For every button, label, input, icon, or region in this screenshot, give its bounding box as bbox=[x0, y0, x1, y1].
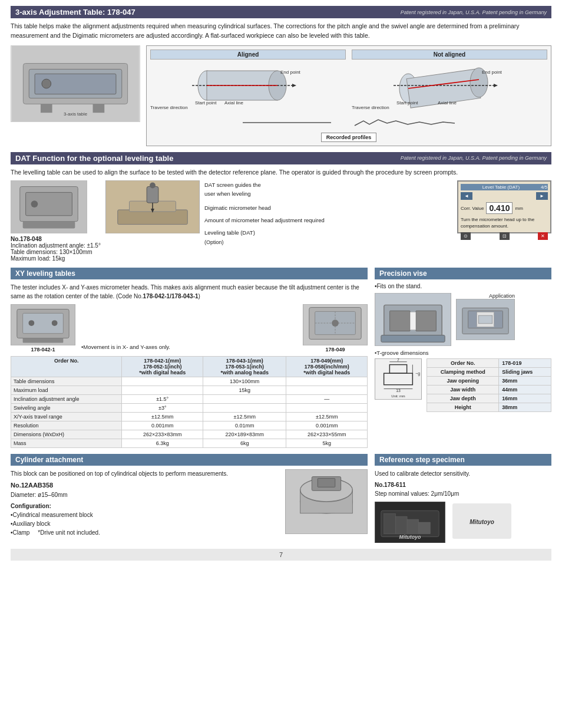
application-label: Application bbox=[456, 293, 515, 299]
svg-text:~g: ~g bbox=[415, 371, 420, 376]
dat-desc: The levelling table can be used to align… bbox=[11, 168, 551, 177]
dat-option-label: (Option) bbox=[204, 238, 325, 246]
xy-photo-2-label: 178-049 bbox=[303, 347, 368, 353]
cyl-text: This block can be positioned on top of c… bbox=[11, 469, 280, 537]
svg-rect-60 bbox=[478, 315, 492, 324]
svg-rect-82 bbox=[419, 522, 431, 534]
precision-spec-table: Order No. 178-019 Clamping method Slidin… bbox=[427, 358, 551, 412]
precision-photos: Application bbox=[375, 293, 551, 346]
svg-rect-53 bbox=[416, 311, 436, 331]
cyl-photo-svg bbox=[286, 469, 367, 534]
svg-rect-6 bbox=[93, 104, 105, 113]
t-groove: 7 ~g 13 Unit: mm Order No. bbox=[375, 358, 551, 412]
xy-photos: 178-042-1 •Movement is in X- and Y-axes … bbox=[11, 304, 368, 353]
svg-text:Mitutoyo: Mitutoyo bbox=[470, 519, 494, 525]
dat-digimatic-label: Digimatic micrometer head bbox=[204, 203, 325, 212]
section-3axis-content: 3-axis table Aligned Traverse direction bbox=[11, 45, 551, 146]
table-row: Order No. 178-019 bbox=[427, 359, 551, 368]
dat-content: No.178-048 Inclination adjustment angle:… bbox=[11, 180, 551, 262]
svg-text:End point: End point bbox=[482, 70, 503, 75]
xy-photo-1 bbox=[11, 304, 75, 345]
t-groove-diagram: 7 ~g 13 Unit: mm bbox=[375, 358, 422, 400]
dat-screen-nav: ◄ ► bbox=[461, 192, 548, 200]
prec-td-clamp-val: Sliding jaws bbox=[499, 368, 551, 377]
td-swivel-label: Swiveling angle bbox=[11, 404, 122, 413]
traverse-label-1: Traverse direction bbox=[150, 62, 346, 110]
svg-text:7: 7 bbox=[397, 358, 399, 362]
t-groove-label: •T-groove dimensions bbox=[375, 350, 551, 356]
section-dat: DAT Function for the optional leveling t… bbox=[11, 152, 551, 262]
ref-photo-svg: Mitutoyo bbox=[375, 502, 445, 543]
prec-td-order-val: 178-019 bbox=[499, 359, 551, 368]
ref-photo-row: Mitutoyo Mitutoyo bbox=[375, 502, 551, 543]
section-3axis-title: 3-axis Adjustment Table: 178-047 bbox=[15, 8, 135, 17]
precision-photo-col bbox=[375, 293, 451, 346]
svg-text:3-axis table: 3-axis table bbox=[64, 111, 88, 117]
prec-th-clamp: Clamping method bbox=[427, 368, 499, 377]
table-row: Jaw width 44mm bbox=[427, 386, 551, 394]
td-resolution-label: Resolution bbox=[11, 421, 122, 430]
dat-amount-label: Amount of micrometer head adjustment req… bbox=[204, 216, 325, 225]
axis-table-svg: 3-axis table bbox=[11, 46, 140, 121]
th-col1: 178-042-1(mm)178-052-1(inch)*with digita… bbox=[122, 357, 203, 377]
table-row: Mass 6.3kg6kg5kg bbox=[11, 439, 368, 448]
svg-text:Axial line: Axial line bbox=[224, 100, 244, 106]
svg-text:Mitutoyo: Mitutoyo bbox=[399, 534, 421, 540]
xy-photo-1-label: 178-042-1 bbox=[11, 347, 75, 353]
dat-screen: Level Table (DAT) 4/5 ◄ ► Corr. Value 0.… bbox=[457, 180, 551, 233]
cyl-content: This block can be positioned on top of c… bbox=[11, 469, 368, 537]
svg-text:End point: End point bbox=[280, 70, 301, 75]
precision-app-photo bbox=[456, 299, 515, 340]
prec-td-jaw-open-val: 36mm bbox=[499, 377, 551, 386]
section-dat-patent: Patent registered in Japan, U.S.A. Paten… bbox=[401, 155, 547, 161]
dat-diagram-row: DAT screen guides the user when leveling… bbox=[105, 180, 452, 246]
svg-point-41 bbox=[28, 320, 34, 326]
svg-rect-79 bbox=[384, 514, 396, 534]
aligned-half: Aligned Traverse direction bbox=[150, 50, 346, 111]
td-max-load-label: Maximum load bbox=[11, 386, 122, 395]
svg-point-49 bbox=[332, 319, 339, 327]
dat-labels: DAT screen guides the user when leveling… bbox=[204, 180, 325, 246]
section-dat-header: DAT Function for the optional leveling t… bbox=[11, 152, 551, 164]
table-header-row: Order No. 178-042-1(mm)178-052-1(inch)*w… bbox=[11, 357, 368, 377]
cyl-model: No.12AAB358 bbox=[11, 480, 280, 490]
reference-header: Reference step specimen bbox=[375, 454, 551, 466]
precision-app-col: Application bbox=[456, 293, 515, 340]
svg-point-35 bbox=[150, 183, 156, 189]
section-dat-title: DAT Function for the optional leveling t… bbox=[15, 154, 173, 163]
lower-sections: Cylinder attachment This block can be po… bbox=[11, 454, 551, 543]
prec-th-jaw-width: Jaw width bbox=[427, 386, 499, 394]
xy-spec-table: Order No. 178-042-1(mm)178-052-1(inch)*w… bbox=[11, 356, 368, 448]
table-row: Clamping method Sliding jaws bbox=[427, 368, 551, 377]
precision-fits: •Fits on the stand. bbox=[375, 283, 551, 289]
table-row: Height 38mm bbox=[427, 403, 551, 412]
svg-rect-5 bbox=[41, 104, 52, 113]
svg-rect-54 bbox=[410, 312, 416, 330]
table-row: Maximum load 15kg bbox=[11, 386, 368, 395]
section-3axis: 3-axis Adjustment Table: 178-047 Patent … bbox=[11, 6, 551, 146]
table-row: Jaw opening 36mm bbox=[427, 377, 551, 386]
ref-photo: Mitutoyo bbox=[375, 502, 445, 543]
ref-content: Used to calibrate detector sensitivity. … bbox=[375, 469, 551, 543]
prec-th-height: Height bbox=[427, 403, 499, 412]
dat-leveling-label: Leveling table (DAT) bbox=[204, 228, 325, 237]
dat-model-info: No.178-048 Inclination adjustment angle:… bbox=[11, 236, 101, 262]
td-travel-label: X/Y-axis travel range bbox=[11, 413, 122, 421]
svg-point-4 bbox=[42, 79, 51, 88]
section-3axis-patent: Patent registered in Japan, U.S.A. Paten… bbox=[401, 9, 547, 15]
page-number: 7 bbox=[11, 549, 551, 561]
t-groove-svg: 7 ~g 13 Unit: mm bbox=[375, 358, 421, 400]
section-reference: Reference step specimen Used to calibrat… bbox=[375, 454, 551, 543]
dat-photo-svg bbox=[11, 180, 87, 233]
xy-photo-col-2: 178-049 bbox=[303, 304, 368, 353]
section-xy: XY leveling tables The tester includes X… bbox=[11, 268, 368, 448]
recorded-profiles: Recorded profiles bbox=[150, 114, 547, 142]
th-col2: 178-043-1(mm)178-053-1(inch)*with analog… bbox=[203, 357, 286, 377]
precision-main-photo bbox=[375, 293, 451, 346]
xy-photo-2-svg bbox=[303, 304, 367, 345]
section-3axis-desc: This table helps make the alignment adju… bbox=[11, 22, 551, 41]
table-row: Resolution 0.001mm0.01mm0.001mm bbox=[11, 421, 368, 430]
xy-header: XY leveling tables bbox=[11, 268, 368, 279]
td-dim-label: Dimensions (WxDxH) bbox=[11, 430, 122, 439]
prec-th-jaw-depth: Jaw depth bbox=[427, 394, 499, 403]
